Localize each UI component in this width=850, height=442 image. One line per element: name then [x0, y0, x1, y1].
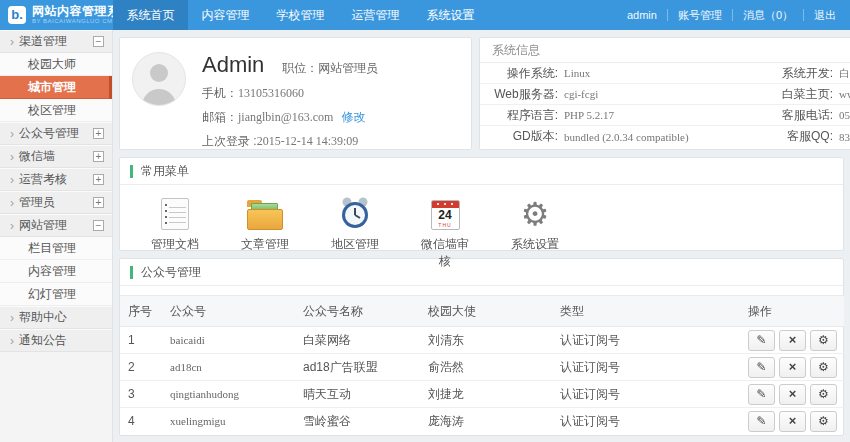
- delete-button[interactable]: ×: [779, 330, 806, 351]
- edit-icon: ✎: [756, 388, 766, 400]
- position-label: 职位：: [282, 61, 318, 75]
- col-header-no: 序号: [120, 296, 162, 327]
- edit-email-link[interactable]: 修改: [341, 110, 365, 124]
- sidebar-group-wechat-wall[interactable]: › 微信墙 +: [0, 145, 112, 168]
- settings-button[interactable]: ⚙: [810, 357, 837, 378]
- chevron-right-icon: ›: [10, 37, 14, 47]
- profile-card: Admin 职位：网站管理员 手机：13105316060 邮箱：jianglb…: [119, 37, 472, 150]
- settings-button[interactable]: ⚙: [810, 330, 837, 351]
- system-info-row: GD版本:bundled (2.0.34 compatible) 客服QQ:83…: [480, 126, 850, 147]
- sidebar: › 渠道管理 − 校园大师 城市管理 校区管理 › 公众号管理 + › 微信墙 …: [0, 30, 113, 442]
- accounts-title: 公众号管理: [141, 264, 201, 281]
- close-icon: ×: [789, 361, 797, 373]
- quick-menu-item-articles[interactable]: 文章管理: [236, 196, 294, 270]
- logo-icon: b.: [8, 6, 26, 24]
- sidebar-group-official-accounts[interactable]: › 公众号管理 +: [0, 122, 112, 145]
- system-info-row: 程序语言:PHP 5.2.17 客服电话:0531-87932211: [480, 105, 850, 126]
- sidebar-item-column-manage[interactable]: 栏目管理: [0, 237, 112, 260]
- quick-menu-item-settings[interactable]: ⚙ 系统设置: [506, 196, 564, 270]
- sidebar-item-campus-master[interactable]: 校园大师: [0, 53, 112, 76]
- sidebar-group-channel[interactable]: › 渠道管理 −: [0, 30, 112, 53]
- expand-icon[interactable]: +: [93, 151, 104, 162]
- email-value: jianglbin@163.com: [238, 110, 333, 124]
- edit-button[interactable]: ✎: [748, 357, 775, 378]
- col-header-type: 类型: [552, 296, 740, 327]
- edit-button[interactable]: ✎: [748, 384, 775, 405]
- logout-link[interactable]: 退出: [804, 9, 836, 21]
- edit-icon: ✎: [756, 334, 766, 346]
- settings-button[interactable]: ⚙: [810, 411, 837, 432]
- sidebar-group-help-center[interactable]: › 帮助中心: [0, 306, 112, 329]
- sidebar-item-city-manage[interactable]: 城市管理: [0, 76, 112, 99]
- position-value: 网站管理员: [318, 61, 378, 75]
- accounts-table: 序号 公众号 公众号名称 校园大使 类型 操作 1 baicaidi 白菜网络 …: [120, 295, 844, 435]
- collapse-icon[interactable]: −: [93, 36, 104, 47]
- top-bar: b. 网站内容管理系统 BY BAICAIWANGLUO CMS 系统首页 内容…: [0, 0, 850, 30]
- expand-icon[interactable]: +: [93, 174, 104, 185]
- sidebar-item-campus-manage[interactable]: 校区管理: [0, 99, 112, 122]
- email-label: 邮箱：: [202, 110, 238, 124]
- sidebar-item-content-manage[interactable]: 内容管理: [0, 260, 112, 283]
- nav-tab-school[interactable]: 学校管理: [263, 0, 338, 30]
- delete-button[interactable]: ×: [779, 411, 806, 432]
- system-info-row: Web服务器:cgi-fcgi 白菜主页:www.baicaidi.net: [480, 84, 850, 105]
- collapse-icon[interactable]: −: [93, 220, 104, 231]
- gear-icon: ⚙: [818, 388, 829, 400]
- phone-value: 13105316060: [238, 86, 304, 100]
- gear-icon: ⚙: [818, 415, 829, 427]
- delete-button[interactable]: ×: [779, 384, 806, 405]
- chevron-right-icon: ›: [10, 336, 14, 346]
- nav-tab-operations[interactable]: 运营管理: [338, 0, 413, 30]
- gear-icon: ⚙: [818, 334, 829, 346]
- expand-icon[interactable]: +: [93, 128, 104, 139]
- settings-button[interactable]: ⚙: [810, 384, 837, 405]
- table-row: 2 ad18cn ad18广告联盟 俞浩然 认证订阅号 ✎ × ⚙: [120, 354, 844, 381]
- edit-button[interactable]: ✎: [748, 411, 775, 432]
- account-manage-link[interactable]: 账号管理: [668, 9, 733, 21]
- quick-menu-item-docs[interactable]: 管理文档: [146, 196, 204, 270]
- delete-button[interactable]: ×: [779, 357, 806, 378]
- user-menu: admin 账号管理 消息（0） 退出: [617, 0, 850, 30]
- quick-menu-item-regions[interactable]: 地区管理: [326, 196, 384, 270]
- nav-tab-home[interactable]: 系统首页: [113, 0, 188, 30]
- top-nav: 系统首页 内容管理 学校管理 运营管理 系统设置: [113, 0, 488, 30]
- sidebar-group-assessment[interactable]: › 运营考核 +: [0, 168, 112, 191]
- quick-menu-item-wechat-review[interactable]: 24 THU 微信墙审核: [416, 196, 474, 270]
- expand-icon[interactable]: +: [93, 197, 104, 208]
- quick-menu-panel: 常用菜单 管理文档 文章管理 地区管理: [119, 157, 844, 251]
- last-login-value: 2015-12-14 14:39:09: [257, 134, 359, 148]
- table-header-row: 序号 公众号 公众号名称 校园大使 类型 操作: [120, 296, 844, 327]
- col-header-name: 公众号名称: [295, 296, 420, 327]
- chevron-right-icon: ›: [10, 198, 14, 208]
- document-icon: [161, 198, 189, 230]
- gear-icon: ⚙: [818, 361, 829, 373]
- edit-icon: ✎: [756, 415, 766, 427]
- messages-link[interactable]: 消息（0）: [733, 9, 804, 21]
- nav-tab-settings[interactable]: 系统设置: [413, 0, 488, 30]
- close-icon: ×: [789, 388, 797, 400]
- col-header-actions: 操作: [740, 296, 844, 327]
- table-row: 3 qingtianhudong 晴天互动 刘捷龙 认证订阅号 ✎ × ⚙: [120, 381, 844, 408]
- sidebar-group-website[interactable]: › 网站管理 −: [0, 214, 112, 237]
- avatar: [132, 52, 186, 106]
- user-display-name: Admin: [202, 52, 264, 78]
- chevron-right-icon: ›: [10, 313, 14, 323]
- folder-icon: [247, 200, 283, 230]
- sidebar-group-notices[interactable]: › 通知公告: [0, 329, 112, 352]
- sidebar-item-slideshow-manage[interactable]: 幻灯管理: [0, 283, 112, 306]
- alarm-clock-icon: [338, 196, 372, 230]
- table-row: 4 xuelingmigu 雪岭蜜谷 庞海涛 认证订阅号 ✎ × ⚙: [120, 408, 844, 435]
- chevron-right-icon: ›: [10, 129, 14, 139]
- sidebar-group-admins[interactable]: › 管理员 +: [0, 191, 112, 214]
- edit-button[interactable]: ✎: [748, 330, 775, 351]
- user-name-link[interactable]: admin: [617, 9, 668, 21]
- gear-icon: ⚙: [521, 198, 550, 230]
- section-accent-bar: [130, 266, 133, 279]
- quick-menu-title: 常用菜单: [141, 163, 189, 180]
- system-info-row: 操作系统:Linux 系统开发:白菜网络: [480, 63, 850, 84]
- system-info-panel: 系统信息 操作系统:Linux 系统开发:白菜网络 Web服务器:cgi-fcg…: [479, 37, 850, 150]
- brand: b. 网站内容管理系统 BY BAICAIWANGLUO CMS: [0, 0, 113, 30]
- official-accounts-panel: 公众号管理 序号 公众号 公众号名称 校园大使 类型 操作 1: [119, 258, 844, 436]
- col-header-ambassador: 校园大使: [420, 296, 552, 327]
- nav-tab-content[interactable]: 内容管理: [188, 0, 263, 30]
